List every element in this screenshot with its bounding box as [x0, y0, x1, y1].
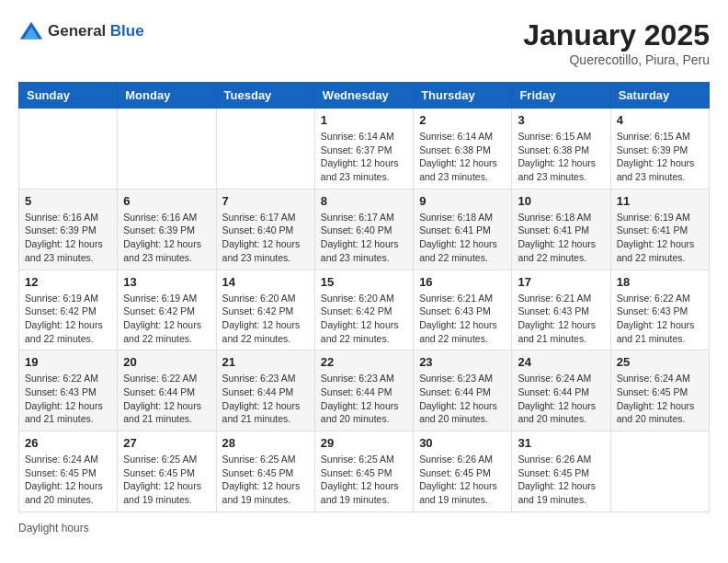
day-info: Sunrise: 6:15 AMSunset: 6:39 PMDaylight:… — [617, 130, 703, 184]
day-info: Sunrise: 6:14 AMSunset: 6:37 PMDaylight:… — [321, 130, 407, 184]
day-info: Sunrise: 6:15 AMSunset: 6:38 PMDaylight:… — [518, 130, 604, 184]
day-info: Sunrise: 6:18 AMSunset: 6:41 PMDaylight:… — [518, 211, 604, 265]
day-number: 26 — [25, 436, 111, 450]
day-number: 29 — [321, 436, 407, 450]
day-info: Sunrise: 6:19 AMSunset: 6:41 PMDaylight:… — [617, 211, 703, 265]
page-header: General Blue January 2025 Querecotillo, … — [18, 18, 710, 67]
day-of-week-header: Sunday — [19, 83, 118, 109]
calendar-day-cell: 16Sunrise: 6:21 AMSunset: 6:43 PMDayligh… — [414, 270, 512, 350]
day-info: Sunrise: 6:19 AMSunset: 6:42 PMDaylight:… — [25, 292, 111, 346]
day-number: 6 — [123, 194, 210, 208]
calendar-table: SundayMondayTuesdayWednesdayThursdayFrid… — [18, 82, 710, 512]
calendar-day-cell: 1Sunrise: 6:14 AMSunset: 6:37 PMDaylight… — [314, 109, 413, 190]
calendar-day-cell: 7Sunrise: 6:17 AMSunset: 6:40 PMDaylight… — [216, 189, 314, 270]
calendar-day-cell: 31Sunrise: 6:26 AMSunset: 6:45 PMDayligh… — [512, 431, 610, 512]
day-info: Sunrise: 6:26 AMSunset: 6:45 PMDaylight:… — [419, 453, 506, 507]
day-info: Sunrise: 6:17 AMSunset: 6:40 PMDaylight:… — [222, 211, 309, 265]
day-number: 18 — [617, 275, 703, 289]
calendar-day-cell: 15Sunrise: 6:20 AMSunset: 6:42 PMDayligh… — [314, 270, 413, 350]
calendar-day-cell: 30Sunrise: 6:26 AMSunset: 6:45 PMDayligh… — [414, 431, 512, 512]
day-of-week-header: Friday — [512, 83, 610, 109]
calendar-day-cell — [216, 109, 314, 190]
day-number: 27 — [123, 436, 210, 450]
calendar-day-cell — [118, 109, 216, 190]
calendar-header-row: SundayMondayTuesdayWednesdayThursdayFrid… — [19, 83, 710, 109]
calendar-day-cell: 26Sunrise: 6:24 AMSunset: 6:45 PMDayligh… — [19, 431, 118, 512]
calendar-day-cell — [610, 431, 709, 512]
title-block: January 2025 Querecotillo, Piura, Peru — [523, 18, 710, 67]
day-info: Sunrise: 6:24 AMSunset: 6:45 PMDaylight:… — [25, 453, 111, 507]
day-number: 23 — [419, 355, 506, 369]
calendar-day-cell: 8Sunrise: 6:17 AMSunset: 6:40 PMDaylight… — [314, 189, 413, 270]
calendar-day-cell: 18Sunrise: 6:22 AMSunset: 6:43 PMDayligh… — [610, 270, 709, 350]
day-number: 24 — [518, 355, 604, 369]
day-info: Sunrise: 6:22 AMSunset: 6:43 PMDaylight:… — [617, 292, 703, 346]
day-info: Sunrise: 6:24 AMSunset: 6:44 PMDaylight:… — [518, 372, 604, 426]
month-title: January 2025 — [523, 18, 710, 52]
day-number: 30 — [419, 436, 506, 450]
calendar-day-cell: 22Sunrise: 6:23 AMSunset: 6:44 PMDayligh… — [314, 350, 413, 431]
day-number: 21 — [222, 355, 309, 369]
day-info: Sunrise: 6:23 AMSunset: 6:44 PMDaylight:… — [321, 372, 407, 426]
day-info: Sunrise: 6:25 AMSunset: 6:45 PMDaylight:… — [123, 453, 210, 507]
calendar-day-cell: 27Sunrise: 6:25 AMSunset: 6:45 PMDayligh… — [118, 431, 216, 512]
calendar-day-cell: 19Sunrise: 6:22 AMSunset: 6:43 PMDayligh… — [19, 350, 118, 431]
calendar-day-cell: 14Sunrise: 6:20 AMSunset: 6:42 PMDayligh… — [216, 270, 314, 350]
day-of-week-header: Saturday — [610, 83, 709, 109]
day-info: Sunrise: 6:22 AMSunset: 6:44 PMDaylight:… — [123, 372, 210, 426]
day-info: Sunrise: 6:17 AMSunset: 6:40 PMDaylight:… — [321, 211, 407, 265]
calendar-day-cell: 23Sunrise: 6:23 AMSunset: 6:44 PMDayligh… — [414, 350, 512, 431]
day-number: 13 — [123, 275, 210, 289]
day-number: 3 — [518, 113, 604, 127]
day-number: 7 — [222, 194, 309, 208]
logo: General Blue — [18, 18, 144, 44]
day-number: 12 — [25, 275, 111, 289]
calendar-day-cell: 6Sunrise: 6:16 AMSunset: 6:39 PMDaylight… — [118, 189, 216, 270]
calendar-body: 1Sunrise: 6:14 AMSunset: 6:37 PMDaylight… — [19, 109, 710, 512]
calendar-week-row: 12Sunrise: 6:19 AMSunset: 6:42 PMDayligh… — [19, 270, 710, 350]
day-number: 31 — [518, 436, 604, 450]
day-number: 5 — [25, 194, 111, 208]
day-number: 28 — [222, 436, 309, 450]
calendar-day-cell: 17Sunrise: 6:21 AMSunset: 6:43 PMDayligh… — [512, 270, 610, 350]
day-number: 19 — [25, 355, 111, 369]
logo-text-blue: Blue — [110, 22, 144, 40]
day-number: 25 — [617, 355, 703, 369]
day-of-week-header: Thursday — [414, 83, 512, 109]
day-info: Sunrise: 6:21 AMSunset: 6:43 PMDaylight:… — [419, 292, 506, 346]
calendar-day-cell — [19, 109, 118, 190]
calendar-day-cell: 24Sunrise: 6:24 AMSunset: 6:44 PMDayligh… — [512, 350, 610, 431]
calendar-day-cell: 21Sunrise: 6:23 AMSunset: 6:44 PMDayligh… — [216, 350, 314, 431]
day-number: 9 — [419, 194, 506, 208]
day-info: Sunrise: 6:21 AMSunset: 6:43 PMDaylight:… — [518, 292, 604, 346]
day-number: 8 — [321, 194, 407, 208]
calendar-day-cell: 28Sunrise: 6:25 AMSunset: 6:45 PMDayligh… — [216, 431, 314, 512]
day-info: Sunrise: 6:23 AMSunset: 6:44 PMDaylight:… — [419, 372, 506, 426]
day-info: Sunrise: 6:20 AMSunset: 6:42 PMDaylight:… — [321, 292, 407, 346]
calendar-week-row: 5Sunrise: 6:16 AMSunset: 6:39 PMDaylight… — [19, 189, 710, 270]
day-number: 14 — [222, 275, 309, 289]
day-number: 15 — [321, 275, 407, 289]
calendar-day-cell: 4Sunrise: 6:15 AMSunset: 6:39 PMDaylight… — [610, 109, 709, 190]
day-info: Sunrise: 6:23 AMSunset: 6:44 PMDaylight:… — [222, 372, 309, 426]
calendar-day-cell: 9Sunrise: 6:18 AMSunset: 6:41 PMDaylight… — [414, 189, 512, 270]
day-info: Sunrise: 6:20 AMSunset: 6:42 PMDaylight:… — [222, 292, 309, 346]
logo-text-general: General — [48, 22, 106, 40]
calendar-day-cell: 11Sunrise: 6:19 AMSunset: 6:41 PMDayligh… — [610, 189, 709, 270]
day-number: 11 — [617, 194, 703, 208]
day-number: 1 — [321, 113, 407, 127]
footer: Daylight hours — [18, 522, 710, 534]
location-subtitle: Querecotillo, Piura, Peru — [523, 52, 710, 67]
day-number: 16 — [419, 275, 506, 289]
day-of-week-header: Tuesday — [216, 83, 314, 109]
day-number: 17 — [518, 275, 604, 289]
calendar-day-cell: 3Sunrise: 6:15 AMSunset: 6:38 PMDaylight… — [512, 109, 610, 190]
day-info: Sunrise: 6:22 AMSunset: 6:43 PMDaylight:… — [25, 372, 111, 426]
calendar-day-cell: 29Sunrise: 6:25 AMSunset: 6:45 PMDayligh… — [314, 431, 413, 512]
calendar-day-cell: 12Sunrise: 6:19 AMSunset: 6:42 PMDayligh… — [19, 270, 118, 350]
day-number: 22 — [321, 355, 407, 369]
day-info: Sunrise: 6:16 AMSunset: 6:39 PMDaylight:… — [123, 211, 210, 265]
day-info: Sunrise: 6:19 AMSunset: 6:42 PMDaylight:… — [123, 292, 210, 346]
daylight-label: Daylight hours — [18, 522, 89, 534]
calendar-day-cell: 13Sunrise: 6:19 AMSunset: 6:42 PMDayligh… — [118, 270, 216, 350]
